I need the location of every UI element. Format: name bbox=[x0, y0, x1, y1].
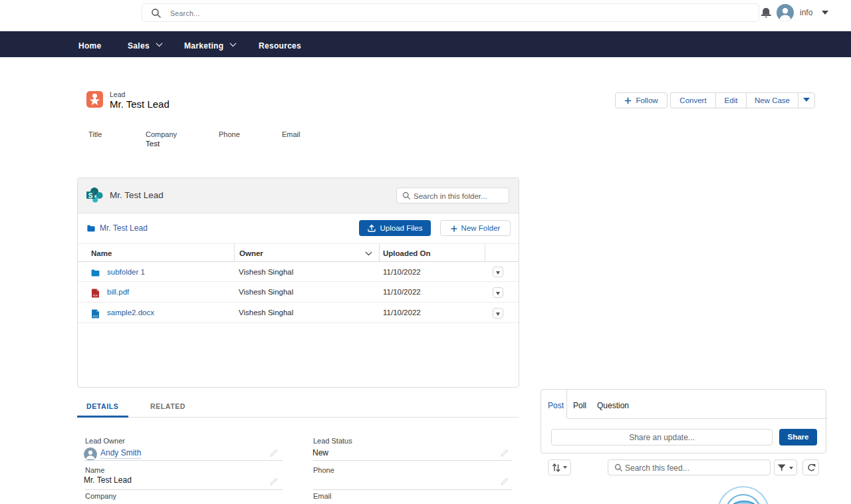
svg-text:PDF: PDF bbox=[93, 295, 98, 297]
svg-text:S: S bbox=[88, 192, 93, 199]
svg-text:DOC: DOC bbox=[93, 315, 98, 318]
